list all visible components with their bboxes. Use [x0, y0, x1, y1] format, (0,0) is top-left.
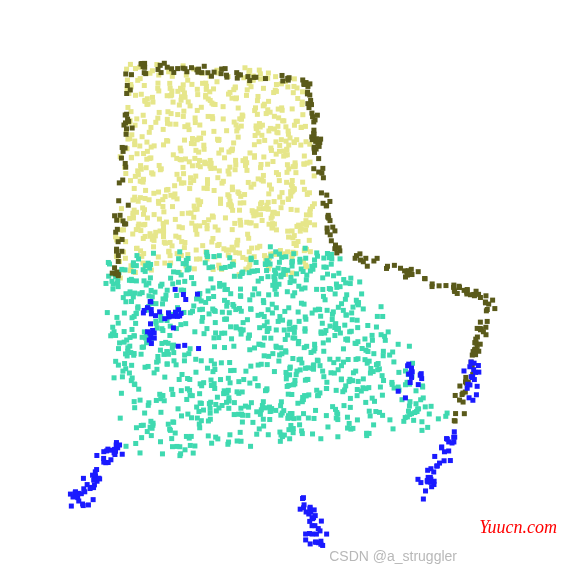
site-watermark: Yuucn.com: [479, 517, 557, 538]
pointcloud-scatter-plot: [0, 0, 567, 578]
attribution-watermark: CSDN @a_struggler: [329, 548, 457, 564]
